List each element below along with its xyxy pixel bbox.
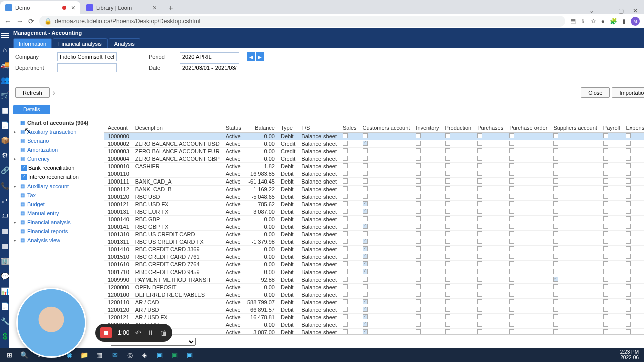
mail-icon[interactable]: ✉ xyxy=(108,349,122,361)
trash-icon[interactable]: 🗑 xyxy=(160,329,167,337)
date-input[interactable] xyxy=(180,63,239,72)
column-header[interactable]: Payroll xyxy=(600,123,623,133)
box-icon[interactable]: 📦 xyxy=(0,136,9,145)
close-window-icon[interactable]: ✕ xyxy=(633,7,638,14)
table-row[interactable]: 1000004ZERO BALANCE ACCOUNT GBPActive0.0… xyxy=(104,155,644,163)
details-tab[interactable]: Details xyxy=(13,105,50,114)
stop-record-button[interactable] xyxy=(100,327,112,338)
explorer-icon[interactable]: 📁 xyxy=(77,349,91,361)
column-header[interactable]: Customers account xyxy=(360,123,413,133)
table-row[interactable]: 1200100DEFERRED RECEIVABLESActive0.00Deb… xyxy=(104,291,644,299)
table-row[interactable]: 1001610RBC CREDIT CARD 7764Active0.00Deb… xyxy=(104,261,644,268)
tree-item[interactable]: ✓Bank reconciliation xyxy=(11,163,102,172)
gear-icon[interactable]: ⚙ xyxy=(0,151,9,160)
column-header[interactable]: Expense account xyxy=(623,123,644,133)
period-prev-button[interactable]: ◀ xyxy=(247,52,255,61)
loom-webcam-bubble[interactable] xyxy=(16,288,86,358)
column-header[interactable]: Type xyxy=(278,123,298,133)
table-row[interactable]: 1200121AR / USD FXActive16 478.81DebitBa… xyxy=(104,314,644,321)
table-row[interactable]: 1001710RBC CREDIT CARD 9459Active0.00Deb… xyxy=(104,268,644,276)
browser-tab-1[interactable]: Demo × xyxy=(0,1,80,14)
tag-icon[interactable]: 🏷 xyxy=(0,211,9,220)
chevron-right-icon[interactable]: › xyxy=(53,88,55,97)
column-header[interactable]: Account xyxy=(104,123,132,133)
transfer-icon[interactable]: ⇄ xyxy=(0,196,9,205)
company-input[interactable] xyxy=(57,52,117,61)
app-icon[interactable]: ▦ xyxy=(92,349,106,361)
chrome-icon[interactable]: ◎ xyxy=(123,349,137,361)
tree-item[interactable]: ▦Scenario xyxy=(11,136,102,145)
table-row[interactable]: 1000141RBC GBP FXActive0.00DebitBalance … xyxy=(104,223,644,231)
table-row[interactable]: 1000110Active16 983.85DebitBalance sheet… xyxy=(104,170,644,178)
column-header[interactable]: Suppliers account xyxy=(550,123,600,133)
table-row[interactable]: 1000131RBC EUR FXActive3 087.00DebitBala… xyxy=(104,208,644,216)
tab-information[interactable]: Information xyxy=(13,38,52,48)
excel-icon[interactable]: ▣ xyxy=(168,349,182,361)
document-icon[interactable]: 📄 xyxy=(0,121,9,130)
accounts-grid[interactable]: AccountDescriptionStatusBalanceTypeF/SSa… xyxy=(104,123,644,334)
extension-icon[interactable]: ▤ xyxy=(570,18,576,25)
period-input[interactable] xyxy=(180,52,239,61)
link-icon[interactable]: 🔗 xyxy=(0,166,9,175)
tree-item[interactable]: ▸▦Financial analysis xyxy=(11,218,102,227)
table-row[interactable]: 1000120RBC USDActive-5 048.65DebitBalanc… xyxy=(104,193,644,201)
table-row[interactable]: 1000111BANK_CAD_AActive-61 140.45DebitBa… xyxy=(104,178,644,186)
table-row[interactable]: 1001310RBC US CREDIT CARDActive0.00Debit… xyxy=(104,231,644,238)
building-icon[interactable]: 🏢 xyxy=(0,256,9,265)
column-header[interactable]: Purchase order xyxy=(506,123,550,133)
department-input[interactable] xyxy=(57,63,117,72)
tab-close-icon[interactable]: × xyxy=(153,4,157,12)
close-button[interactable]: Close xyxy=(581,87,610,98)
table-row[interactable]: 1001311RBC US CREDIT CARD FXActive-1 379… xyxy=(104,238,644,246)
money-icon[interactable]: 💲 xyxy=(0,332,9,341)
extension-icon[interactable]: ● xyxy=(601,18,605,25)
forward-icon[interactable]: → xyxy=(16,17,23,25)
maximize-icon[interactable]: ▢ xyxy=(618,7,624,14)
tab-close-icon[interactable]: × xyxy=(71,4,75,12)
table-row[interactable]: 1000002ZERO BALANCE ACCOUNT USDActive0.0… xyxy=(104,140,644,148)
table-row[interactable]: 1000010CASHIERActive1.82DebitBalance she… xyxy=(104,163,644,170)
table-row[interactable]: 1000112BANK_CAD_BActive-1 169.22DebitBal… xyxy=(104,186,644,193)
table-row[interactable]: 1200120AR / USDActive66 891.57DebitBalan… xyxy=(104,306,644,314)
word-icon[interactable]: ▣ xyxy=(183,349,197,361)
tree-item[interactable]: ▦Manual entry xyxy=(11,209,102,218)
column-header[interactable]: Purchases xyxy=(474,123,506,133)
grid-icon[interactable]: ▦ xyxy=(0,241,9,250)
tree-item[interactable]: ✓Interco reconciliation xyxy=(11,172,102,182)
grid-icon[interactable]: ▦ xyxy=(0,226,9,235)
table-row[interactable]: 1200130AR / EURActive0.00DebitBalance sh… xyxy=(104,321,644,329)
column-header[interactable]: Status xyxy=(223,123,244,133)
table-row[interactable]: 1009990PAYMENT METHOD TRANSITActive92.88… xyxy=(104,276,644,284)
new-tab-button[interactable]: + xyxy=(165,2,177,14)
tree-item[interactable]: ▸▦Auxiliary account xyxy=(11,182,102,191)
pause-icon[interactable]: ⏸ xyxy=(147,329,154,337)
tree-item[interactable]: ▦Chart of accounts (904) xyxy=(11,118,102,127)
phone-icon[interactable]: 📞 xyxy=(0,181,9,190)
chat-icon[interactable]: 💬 xyxy=(0,272,9,281)
table-row[interactable]: 1000003ZERO BALANCE ACCOUNT EURActive0.0… xyxy=(104,148,644,155)
reload-icon[interactable]: ⟳ xyxy=(28,17,34,25)
profile-avatar[interactable]: M xyxy=(631,17,640,26)
tree-item[interactable]: ▸▦Currency xyxy=(11,154,102,163)
truck-icon[interactable]: 🚚 xyxy=(0,60,9,69)
hamburger-icon[interactable] xyxy=(0,30,9,39)
column-header[interactable]: Balance xyxy=(244,123,278,133)
table-row[interactable]: 1000000Active0.00DebitBalance sheetCash … xyxy=(104,133,644,140)
start-button[interactable]: ⊞ xyxy=(2,349,16,361)
tab-financial-analysis[interactable]: Financial analysis xyxy=(53,38,108,48)
minimize-icon[interactable]: — xyxy=(603,7,609,14)
app-icon[interactable]: ◈ xyxy=(138,349,152,361)
puzzle-icon[interactable]: 🧩 xyxy=(610,18,617,25)
outlook-icon[interactable]: ▣ xyxy=(153,349,167,361)
column-header[interactable]: F/S xyxy=(298,123,340,133)
undo-icon[interactable]: ↶ xyxy=(135,329,141,337)
chart-icon[interactable]: 📊 xyxy=(0,287,9,296)
column-header[interactable]: Sales xyxy=(340,123,360,133)
table-row[interactable]: 1200131AR / EUR FXActive-3 087.00DebitBa… xyxy=(104,329,644,335)
tree-item[interactable]: ▸▦Auxiliary transaction xyxy=(11,127,102,136)
tree-item[interactable]: ▦Tax xyxy=(11,191,102,200)
table-row[interactable]: 1200110AR / CADActive588 799.07DebitBala… xyxy=(104,299,644,306)
extension-icon[interactable]: ▮ xyxy=(622,18,626,25)
cart-icon[interactable]: 🛒 xyxy=(0,90,9,100)
inventory-icon[interactable]: ▦ xyxy=(0,106,9,115)
